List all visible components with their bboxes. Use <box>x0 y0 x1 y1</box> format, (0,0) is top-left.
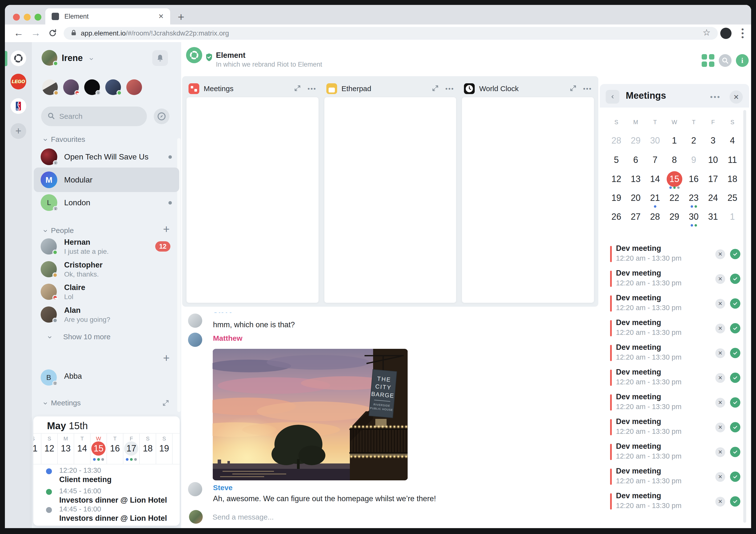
calendar-day-cell[interactable]: 27 <box>626 207 645 226</box>
browser-profile-avatar[interactable] <box>720 28 732 39</box>
decline-meeting-button[interactable]: ✕ <box>716 497 725 507</box>
calendar-day-cell[interactable]: 14 <box>645 169 665 189</box>
avatar[interactable] <box>188 314 202 328</box>
calendar-day-cell[interactable]: 30 <box>684 207 703 226</box>
calendar-day-cell[interactable]: 24 <box>703 188 723 208</box>
presence-avatar[interactable] <box>84 79 100 95</box>
room-list-item[interactable]: LLondon <box>34 191 179 214</box>
decline-meeting-button[interactable]: ✕ <box>716 274 725 284</box>
forward-button[interactable]: → <box>31 27 40 39</box>
widget-header[interactable]: World Clock••• <box>462 80 594 97</box>
decline-meeting-button[interactable]: ✕ <box>716 472 725 482</box>
close-window-button[interactable] <box>13 14 20 20</box>
decline-meeting-button[interactable]: ✕ <box>716 398 725 408</box>
room-avatar[interactable] <box>186 47 202 63</box>
add-people-button[interactable]: + <box>163 222 170 236</box>
decline-meeting-button[interactable]: ✕ <box>716 373 725 383</box>
reload-button[interactable] <box>48 28 57 40</box>
room-list-item[interactable]: MModular <box>34 168 179 192</box>
bookmark-star-icon[interactable]: ☆ <box>703 27 711 38</box>
panel-scrollbar[interactable] <box>743 110 746 523</box>
panel-menu-icon[interactable]: ••• <box>710 93 721 101</box>
space-element[interactable] <box>11 50 26 66</box>
calendar-strip-day[interactable]: S11 <box>33 434 41 464</box>
calendar-day-cell[interactable]: 2 <box>684 131 703 150</box>
widget-expand-icon[interactable] <box>294 85 301 93</box>
message-image-city-barge[interactable]: THE CITY BARGE RIVERSIDE PUBLIC HOUSE <box>212 349 408 480</box>
back-button[interactable]: ← <box>14 27 23 39</box>
widget-menu-icon[interactable]: ••• <box>308 85 316 93</box>
calendar-day-cell[interactable]: 11 <box>723 150 742 170</box>
calendar-day-cell[interactable]: 15 <box>665 169 684 189</box>
calendar-day-cell[interactable]: 7 <box>645 150 665 170</box>
sender-name[interactable]: Steve <box>213 484 232 492</box>
calendar-day-cell[interactable]: 12 <box>607 169 626 189</box>
room-list-item[interactable]: Open Tech Will Save Us <box>34 146 179 168</box>
presence-avatar[interactable] <box>105 79 121 95</box>
calendar-day-cell[interactable]: 30 <box>645 131 665 150</box>
widget-content-panel[interactable] <box>187 97 318 303</box>
widget-header[interactable]: Meetings••• <box>187 80 318 97</box>
calendar-day-cell[interactable]: 1 <box>723 207 742 226</box>
people-list-item[interactable]: ClaireLol <box>34 282 179 305</box>
room-info-button[interactable]: i <box>736 54 749 67</box>
url-bar[interactable]: app.element.io/#/room/!Jcrahskdw22p:matr… <box>64 27 718 40</box>
apps-grid-button[interactable] <box>702 54 715 67</box>
space-nba[interactable]: NBA <box>11 98 26 114</box>
widget-menu-icon[interactable]: ••• <box>583 85 592 93</box>
accept-meeting-button[interactable] <box>730 274 740 284</box>
decline-meeting-button[interactable]: ✕ <box>716 249 725 259</box>
avatar[interactable] <box>188 482 202 496</box>
widget-expand-icon[interactable] <box>432 85 439 93</box>
calendar-strip-day[interactable]: S12 <box>41 434 58 464</box>
minimize-window-button[interactable] <box>24 14 31 20</box>
accept-meeting-button[interactable] <box>730 422 740 432</box>
calendar-day-cell[interactable]: 16 <box>684 169 703 189</box>
accept-meeting-button[interactable] <box>730 298 740 309</box>
calendar-day-cell[interactable]: 3 <box>703 131 723 150</box>
presence-avatar[interactable] <box>63 79 79 95</box>
people-list-item[interactable]: CristopherOk, thanks. <box>34 260 179 282</box>
notifications-button[interactable] <box>152 50 168 66</box>
explore-button[interactable] <box>154 108 170 124</box>
favourites-section-header[interactable]: Favourites <box>32 135 181 144</box>
tab-close-icon[interactable]: ✕ <box>158 13 164 20</box>
panel-back-button[interactable] <box>606 90 619 104</box>
room-search-button[interactable] <box>719 54 732 67</box>
calendar-strip-day[interactable]: T14 <box>74 434 91 464</box>
mini-event[interactable]: 14:45 - 16:00Investors dinner @ Lion Hot… <box>33 505 180 525</box>
composer-input[interactable]: Send a message... <box>212 513 274 521</box>
decline-meeting-button[interactable]: ✕ <box>716 299 725 309</box>
people-list-item[interactable]: HernanI just ate a pie.12 <box>34 237 179 260</box>
expand-icon[interactable] <box>162 399 170 408</box>
presence-avatar[interactable] <box>126 79 142 95</box>
calendar-day-cell[interactable]: 10 <box>703 150 723 170</box>
calendar-day-cell[interactable]: 29 <box>665 207 684 226</box>
calendar-day-cell[interactable]: 20 <box>626 188 645 208</box>
show-more-button[interactable]: Show 10 more <box>32 333 181 343</box>
add-space-button[interactable]: + <box>11 123 26 139</box>
meetings-section-header[interactable]: Meetings <box>32 399 181 407</box>
decline-meeting-button[interactable]: ✕ <box>716 447 725 457</box>
accept-meeting-button[interactable] <box>730 496 740 507</box>
calendar-day-cell[interactable]: 28 <box>607 131 626 150</box>
mini-event[interactable]: 14:45 - 16:00Investors dinner @ Lion Hot… <box>33 487 180 507</box>
calendar-day-cell[interactable]: 25 <box>723 188 742 208</box>
calendar-strip-day[interactable]: S19 <box>156 434 173 464</box>
widget-content-panel[interactable] <box>324 97 456 303</box>
browser-menu-icon[interactable]: ••• <box>741 27 744 39</box>
calendar-day-cell[interactable]: 31 <box>703 207 723 226</box>
calendar-strip-day[interactable]: S18 <box>140 434 156 464</box>
calendar-day-cell[interactable]: 18 <box>723 169 742 189</box>
decline-meeting-button[interactable]: ✕ <box>716 323 725 333</box>
calendar-day-cell[interactable]: 17 <box>703 169 723 189</box>
calendar-day-cell[interactable]: 5 <box>607 150 626 170</box>
panel-close-button[interactable]: ✕ <box>730 90 743 104</box>
user-menu-chevron-icon[interactable] <box>89 56 94 63</box>
calendar-day-cell[interactable]: 19 <box>607 188 626 208</box>
decline-meeting-button[interactable]: ✕ <box>716 423 725 432</box>
user-avatar[interactable] <box>41 50 57 66</box>
people-list-item[interactable]: AlanAre you going? <box>34 305 179 328</box>
accept-meeting-button[interactable] <box>730 373 740 383</box>
accept-meeting-button[interactable] <box>730 323 740 333</box>
